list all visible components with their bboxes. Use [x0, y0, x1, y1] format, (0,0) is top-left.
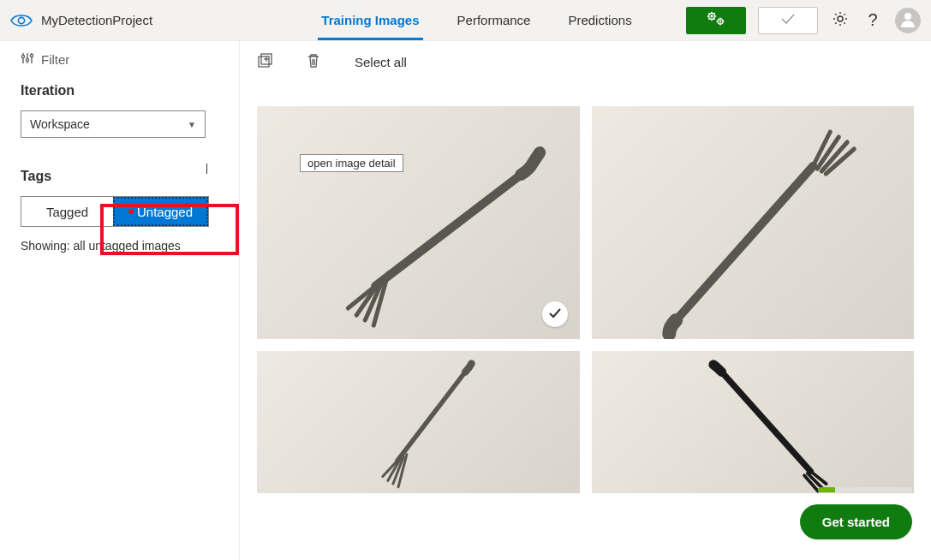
tab-predictions[interactable]: Predictions — [568, 0, 631, 40]
settings-button[interactable] — [830, 10, 850, 31]
body: Filter Iteration Workspace ▼ Tags Tagged… — [0, 41, 931, 560]
delete-button[interactable] — [307, 53, 320, 71]
project-name: MyDetectionProject — [41, 13, 152, 27]
svg-point-18 — [904, 13, 911, 20]
image-toolbar: Select all — [240, 41, 931, 82]
add-images-button[interactable] — [257, 53, 272, 71]
svg-point-17 — [838, 16, 843, 21]
select-image-button[interactable] — [542, 301, 568, 327]
image-thumbnail[interactable]: open image detail — [257, 106, 580, 339]
svg-rect-25 — [259, 57, 269, 67]
app-header: MyDetectionProject Training Images Perfo… — [0, 0, 931, 41]
onboarding-progress — [818, 487, 912, 492]
svg-point-20 — [21, 55, 24, 57]
untagged-indicator-icon — [128, 209, 134, 214]
filter-toggle[interactable]: Filter — [21, 51, 218, 68]
help-icon: ? — [868, 10, 877, 30]
open-detail-tooltip: open image detail — [300, 154, 403, 172]
untagged-label: Untagged — [137, 205, 193, 219]
svg-point-2 — [711, 15, 713, 17]
onboarding-widget: Get started — [800, 487, 912, 539]
svg-line-7 — [708, 13, 709, 14]
help-button[interactable]: ? — [862, 10, 883, 31]
check-icon — [548, 307, 562, 322]
gears-icon — [705, 11, 727, 29]
untagged-segment[interactable]: Untagged — [113, 197, 208, 226]
svg-point-0 — [18, 17, 24, 23]
sliders-icon — [21, 51, 34, 68]
svg-point-22 — [26, 58, 28, 61]
tab-performance[interactable]: Performance — [457, 0, 531, 40]
check-icon — [780, 13, 796, 27]
svg-line-9 — [708, 19, 709, 20]
user-avatar[interactable] — [895, 8, 921, 33]
publish-button[interactable] — [758, 7, 818, 34]
vision-logo-icon — [10, 13, 33, 28]
slider-tick — [206, 164, 207, 174]
image-content-icon — [257, 351, 580, 493]
sidebar: Filter Iteration Workspace ▼ Tags Tagged… — [0, 41, 240, 560]
main-panel: Select all open image detail — [240, 41, 931, 560]
chevron-down-icon: ▼ — [188, 120, 196, 129]
iteration-dropdown[interactable]: Workspace ▼ — [21, 110, 206, 138]
tags-label: Tags — [21, 169, 218, 184]
image-content-icon — [592, 106, 915, 339]
image-thumbnail[interactable] — [592, 351, 915, 493]
image-grid: open image detail — [240, 106, 931, 493]
image-content-icon — [257, 106, 580, 339]
filter-label: Filter — [41, 52, 69, 67]
header-left: MyDetectionProject — [10, 13, 267, 28]
train-button[interactable] — [686, 7, 746, 34]
gear-icon — [832, 10, 849, 30]
svg-point-24 — [30, 54, 33, 57]
iteration-value: Workspace — [30, 117, 90, 131]
tab-training-images[interactable]: Training Images — [321, 0, 419, 40]
person-icon — [898, 9, 917, 31]
iteration-label: Iteration — [21, 83, 218, 98]
svg-line-10 — [714, 13, 715, 14]
tag-filter-toggle: Tagged Untagged — [21, 196, 209, 227]
svg-line-8 — [714, 19, 715, 20]
select-all-button[interactable]: Select all — [355, 55, 407, 69]
image-content-icon — [592, 351, 915, 493]
header-right: ? — [686, 7, 921, 34]
image-thumbnail[interactable] — [257, 351, 580, 493]
showing-text: Showing: all untagged images — [21, 239, 218, 253]
header-tabs: Training Images Performance Predictions — [267, 0, 686, 40]
get-started-button[interactable]: Get started — [800, 504, 912, 539]
svg-point-12 — [719, 21, 721, 22]
tagged-segment[interactable]: Tagged — [21, 197, 113, 226]
image-thumbnail[interactable] — [592, 106, 915, 339]
